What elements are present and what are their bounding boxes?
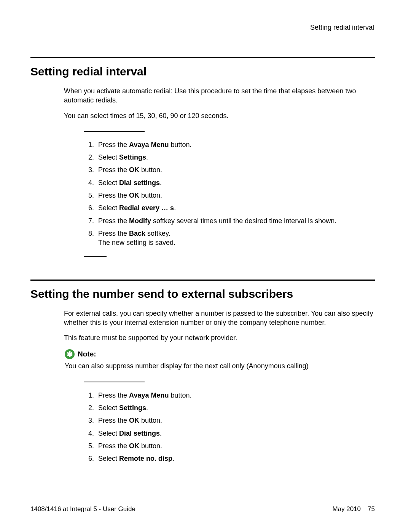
step: Press the OK button. — [96, 165, 375, 174]
running-header: Setting redial interval — [310, 24, 374, 32]
note-star-icon: ✱ — [65, 349, 75, 359]
step: Press the Back softkey.The new setting i… — [96, 229, 375, 248]
steps-divider — [84, 131, 145, 132]
note-label: Note: — [78, 350, 96, 358]
paragraph: This feature must be supported by your n… — [64, 333, 375, 342]
step: Select Remote no. disp. — [96, 454, 375, 463]
step: Select Settings. — [96, 403, 375, 412]
step: Press the Avaya Menu button. — [96, 391, 375, 400]
section-divider — [30, 280, 375, 281]
step: Press the OK button. — [96, 441, 375, 451]
paragraph: For external calls, you can specify whet… — [64, 309, 375, 328]
step: Press the Avaya Menu button. — [96, 140, 375, 149]
step: Press the OK button. — [96, 416, 375, 425]
footer-doc-title: 1408/1416 at Integral 5 - User Guide — [30, 505, 135, 513]
footer-date: May 2010 — [332, 505, 361, 513]
steps-divider — [84, 382, 145, 382]
section1-body: When you activate automatic redial: Use … — [64, 86, 375, 120]
page-footer: 1408/1416 at Integral 5 - User Guide May… — [30, 505, 375, 513]
note-text: You can also suppress number display for… — [65, 361, 375, 371]
step: Press the Modify softkey several times u… — [96, 216, 375, 225]
step: Press the OK button. — [96, 191, 375, 200]
step: Select Redial every … s. — [96, 203, 375, 212]
paragraph: You can select times of 15, 30, 60, 90 o… — [64, 111, 375, 120]
steps-list-2: Press the Avaya Menu button. Select Sett… — [96, 391, 375, 463]
step: Select Settings. — [96, 153, 375, 162]
section-divider — [30, 57, 375, 58]
section2-body: For external calls, you can specify whet… — [64, 309, 375, 343]
step: Select Dial settings. — [96, 178, 375, 187]
steps-end-divider — [84, 256, 107, 257]
paragraph: When you activate automatic redial: Use … — [64, 86, 375, 105]
steps-list-1: Press the Avaya Menu button. Select Sett… — [96, 140, 375, 248]
section-heading-redial: Setting redial interval — [30, 65, 375, 78]
footer-page-number: 75 — [368, 505, 375, 513]
note-block: ✱ Note: You can also suppress number dis… — [65, 349, 375, 371]
section-heading-number-send: Setting the number send to external subs… — [30, 288, 375, 300]
step: Select Dial settings. — [96, 429, 375, 438]
